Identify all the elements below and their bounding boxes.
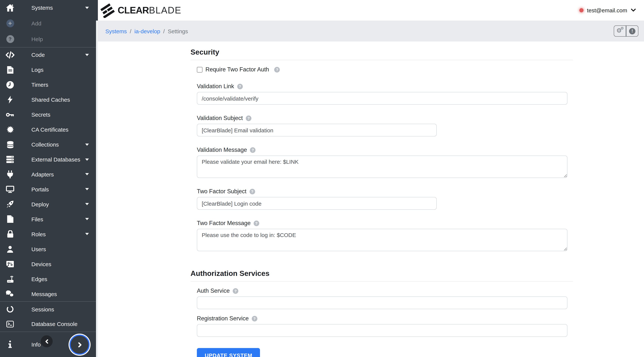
validation-subject-input[interactable] bbox=[197, 124, 437, 136]
auth-service-group: Auth Service ? bbox=[197, 287, 568, 309]
sidebar-item-collections[interactable]: Collections bbox=[0, 137, 98, 152]
sidebar-item-roles[interactable]: Roles bbox=[0, 227, 98, 242]
main-area: CLEARBLADE test@email.com Systems / ia-d… bbox=[98, 0, 644, 357]
help-icon[interactable]: ? bbox=[233, 288, 238, 294]
sidebar-item-label: Adapters bbox=[32, 171, 54, 178]
validation-subject-label: Validation Subject bbox=[197, 115, 243, 122]
bolt-icon bbox=[5, 96, 15, 104]
clearblade-logo: CLEARBLADE bbox=[98, 3, 181, 18]
sidebar-item-label: Database Console bbox=[32, 321, 78, 327]
require-two-factor-label: Require Two Factor Auth bbox=[206, 66, 269, 73]
update-system-button[interactable]: UPDATE SYSTEM bbox=[197, 348, 260, 357]
chevron-down-icon bbox=[85, 54, 89, 56]
help-icon[interactable]: ? bbox=[252, 316, 257, 321]
help-icon[interactable]: ? bbox=[249, 189, 255, 194]
sidebar-item-secrets[interactable]: Secrets bbox=[0, 107, 98, 122]
desktop-icon bbox=[5, 186, 15, 193]
registration-service-input[interactable] bbox=[197, 324, 568, 337]
sidebar-item-portals[interactable]: Portals bbox=[0, 182, 98, 197]
help-icon[interactable]: ? bbox=[274, 67, 280, 72]
sidebar-item-code[interactable]: Code bbox=[0, 48, 98, 63]
sidebar-item-label: Timers bbox=[32, 82, 48, 88]
terminal-icon bbox=[5, 321, 15, 327]
sidebar-item-users[interactable]: Users bbox=[0, 242, 98, 257]
sidebar-item-deploy[interactable]: Deploy bbox=[0, 197, 98, 212]
sidebar-item-logs[interactable]: Logs bbox=[0, 63, 98, 77]
two-factor-subject-input[interactable] bbox=[197, 197, 437, 210]
chevron-down-icon bbox=[85, 233, 89, 235]
sidebar-item-label: Secrets bbox=[32, 111, 50, 118]
sidebar-item-add[interactable]: + Add bbox=[0, 16, 98, 32]
sidebar-item-shared-caches[interactable]: Shared Caches bbox=[0, 92, 98, 107]
chevron-down-icon bbox=[85, 143, 89, 146]
breadcrumb-systems-link[interactable]: Systems bbox=[105, 28, 127, 34]
sidebar-item-label: Messages bbox=[32, 291, 57, 297]
collapse-left-button[interactable] bbox=[41, 335, 53, 347]
sidebar-item-label: Roles bbox=[32, 231, 46, 237]
expand-right-button[interactable] bbox=[70, 334, 90, 355]
app-window: Systems + Add ? Help Code bbox=[0, 0, 644, 357]
validation-subject-group: Validation Subject ? bbox=[197, 115, 568, 136]
validation-link-label: Validation Link bbox=[197, 83, 234, 90]
help-icon[interactable]: ? bbox=[250, 147, 256, 153]
sidebar-item-label: Users bbox=[32, 246, 46, 252]
validation-link-group: Validation Link ? bbox=[197, 83, 568, 105]
sidebar-item-timers[interactable]: Timers bbox=[0, 77, 98, 92]
account-menu[interactable]: test@email.com bbox=[580, 0, 636, 21]
lock-icon bbox=[5, 230, 15, 238]
sidebar-item-ca-certificates[interactable]: CA Certificates bbox=[0, 122, 98, 137]
validation-message-textarea[interactable]: Please validate your email here: $LINK bbox=[197, 156, 568, 178]
two-factor-message-group: Two Factor Message ? Please use the code… bbox=[197, 220, 568, 251]
two-factor-checkbox-row: Require Two Factor Auth ? bbox=[197, 66, 568, 73]
file-lines-icon bbox=[5, 66, 15, 74]
system-settings-button[interactable]: ⚙⚙ bbox=[614, 26, 626, 37]
two-factor-message-textarea[interactable]: Please use the code to log in: $CODE bbox=[197, 229, 568, 251]
sidebar-item-database-console[interactable]: Database Console bbox=[0, 317, 98, 331]
validation-message-label: Validation Message bbox=[197, 147, 247, 153]
sidebar: Systems + Add ? Help Code bbox=[0, 0, 98, 357]
breadcrumb-separator: / bbox=[163, 28, 165, 34]
logo-text: CLEARBLADE bbox=[118, 5, 181, 16]
router-icon bbox=[5, 275, 15, 282]
sidebar-item-sessions[interactable]: Sessions bbox=[0, 302, 98, 317]
sidebar-item-label: Portals bbox=[32, 186, 49, 193]
sidebar-item-devices[interactable]: Devices bbox=[0, 256, 98, 271]
plug-icon bbox=[5, 170, 15, 178]
registration-service-group: Registration Service ? bbox=[197, 315, 568, 337]
help-icon[interactable]: ? bbox=[246, 115, 252, 121]
sidebar-item-label: Add bbox=[32, 20, 41, 27]
sidebar-item-label: Code bbox=[32, 52, 45, 58]
sidebar-item-systems[interactable]: Systems bbox=[0, 0, 98, 16]
sidebar-item-adapters[interactable]: Adapters bbox=[0, 167, 98, 182]
validation-link-input[interactable] bbox=[197, 92, 568, 105]
sidebar-item-external-databases[interactable]: External Databases bbox=[0, 152, 98, 167]
require-two-factor-checkbox[interactable] bbox=[197, 67, 202, 72]
sidebar-item-help[interactable]: ? Help bbox=[0, 32, 98, 47]
sidebar-item-label: Deploy bbox=[32, 201, 49, 207]
chevron-right-icon bbox=[77, 342, 82, 347]
server-icon bbox=[5, 156, 15, 163]
chevron-down-icon bbox=[85, 173, 89, 176]
database-icon bbox=[5, 141, 15, 148]
auth-service-input[interactable] bbox=[197, 296, 568, 309]
sidebar-item-edges[interactable]: Edges bbox=[0, 271, 98, 286]
plus-circle-icon: + bbox=[5, 20, 15, 28]
chevron-down-icon bbox=[631, 9, 636, 12]
breadcrumb-system-link[interactable]: ia-develop bbox=[134, 28, 160, 34]
comments-icon bbox=[5, 290, 15, 297]
file-icon bbox=[5, 215, 15, 223]
breadcrumb-current: Settings bbox=[168, 28, 188, 34]
clock-icon bbox=[5, 81, 15, 88]
sidebar-item-messages[interactable]: Messages bbox=[0, 286, 98, 301]
system-info-button[interactable]: ! bbox=[626, 26, 638, 37]
sidebar-item-files[interactable]: Files bbox=[0, 212, 98, 227]
home-icon bbox=[5, 4, 15, 12]
sidebar-item-label: Logs bbox=[32, 67, 44, 73]
help-icon[interactable]: ? bbox=[237, 84, 242, 89]
sidebar-item-info[interactable]: Info bbox=[0, 332, 98, 357]
help-icon[interactable]: ? bbox=[254, 220, 259, 226]
sidebar-item-label: Systems bbox=[32, 5, 53, 11]
sidebar-item-label: Files bbox=[32, 216, 43, 222]
authorization-section-title: Authorization Services bbox=[190, 269, 573, 281]
sidebar-scrollbar[interactable] bbox=[96, 21, 98, 357]
